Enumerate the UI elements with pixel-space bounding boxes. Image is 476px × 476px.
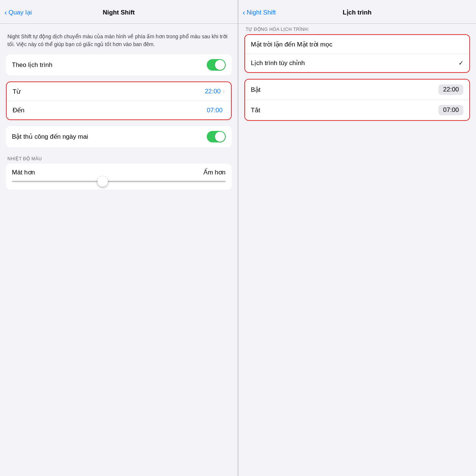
back-label-right: Night Shift [247, 9, 276, 16]
chevron-left-icon: ‹ [4, 9, 7, 16]
sunset-option[interactable]: Mặt trời lặn đến Mặt trời mọc [245, 35, 470, 54]
right-panel: ‹ Night Shift Lịch trình TỰ ĐỘNG HÓA LỊC… [238, 0, 476, 476]
custom-schedule-label: Lịch trình tùy chỉnh [251, 59, 459, 67]
temperature-card: Mát hơn Ấm hơn [6, 164, 232, 190]
from-value: 22:00 [205, 88, 221, 95]
schedule-label: Theo lịch trình [12, 61, 207, 69]
manual-toggle-item[interactable]: Bật thủ công đến ngày mai [6, 126, 232, 147]
manual-toggle[interactable] [207, 131, 226, 142]
cool-label: Mát hơn [12, 168, 35, 176]
custom-schedule-option[interactable]: Lịch trình tùy chỉnh ✓ [245, 54, 470, 72]
temp-labels-row: Mát hơn Ấm hơn [12, 168, 226, 176]
from-time-item[interactable]: Từ 22:00 › [7, 82, 231, 101]
on-value[interactable]: 22:00 [438, 84, 463, 95]
automation-options-card: Mặt trời lặn đến Mặt trời mọc Lịch trình… [244, 34, 470, 73]
automation-section-label: TỰ ĐỘNG HÓA LỊCH TRÌNH: [238, 24, 476, 34]
temperature-section: NHIỆT ĐỘ MÀU Mát hơn Ấm hơn [0, 153, 238, 190]
schedule-toggle-card: Theo lịch trình [6, 54, 232, 75]
back-label-left: Quay lại [9, 9, 32, 16]
from-label: Từ [13, 88, 205, 96]
slider-fill [12, 181, 102, 182]
sunset-label: Mặt trời lặn đến Mặt trời mọc [251, 41, 464, 48]
slider-thumb[interactable] [97, 176, 108, 187]
off-time-item[interactable]: Tắt 07:00 [245, 100, 470, 120]
manual-label: Bật thủ công đến ngày mai [12, 133, 207, 141]
checkmark-icon: ✓ [459, 60, 463, 67]
schedule-toggle[interactable] [207, 59, 226, 71]
to-time-item[interactable]: Đến 07:00 [7, 101, 231, 119]
off-value[interactable]: 07:00 [438, 105, 463, 115]
left-content: Night Shift tự động dịch chuyển màu của … [0, 24, 238, 476]
to-value: 07:00 [207, 107, 223, 114]
chevron-right-icon-from: › [223, 88, 225, 95]
back-button-right[interactable]: ‹ Night Shift [243, 9, 276, 16]
schedule-toggle-item[interactable]: Theo lịch trình [6, 54, 232, 75]
on-label: Bật [251, 86, 439, 94]
right-header: ‹ Night Shift Lịch trình [238, 0, 476, 24]
left-header: ‹ Quay lại Night Shift [0, 0, 238, 24]
to-label: Đến [13, 106, 207, 114]
slider-track[interactable] [12, 181, 226, 182]
toggle-knob [215, 60, 225, 70]
manual-toggle-knob [215, 132, 225, 142]
left-panel: ‹ Quay lại Night Shift Night Shift tự độ… [0, 0, 238, 476]
manual-toggle-card: Bật thủ công đến ngày mai [6, 126, 232, 147]
chevron-left-icon-right: ‹ [243, 9, 245, 16]
on-off-times-card: Bật 22:00 Tắt 07:00 [244, 79, 470, 121]
right-title: Lịch trình [342, 9, 372, 16]
left-title: Night Shift [103, 9, 135, 16]
warm-label: Ấm hơn [203, 168, 226, 176]
right-content: TỰ ĐỘNG HÓA LỊCH TRÌNH: Mặt trời lặn đến… [238, 24, 476, 476]
description-text: Night Shift tự động dịch chuyển màu của … [0, 24, 238, 54]
time-range-card: Từ 22:00 › Đến 07:00 [6, 81, 232, 120]
automation-section: TỰ ĐỘNG HÓA LỊCH TRÌNH: Mặt trời lặn đến… [238, 24, 476, 73]
temperature-section-label: NHIỆT ĐỘ MÀU [0, 153, 238, 164]
back-button-left[interactable]: ‹ Quay lại [4, 9, 32, 16]
off-label: Tắt [251, 106, 439, 114]
on-time-item[interactable]: Bật 22:00 [245, 80, 470, 100]
